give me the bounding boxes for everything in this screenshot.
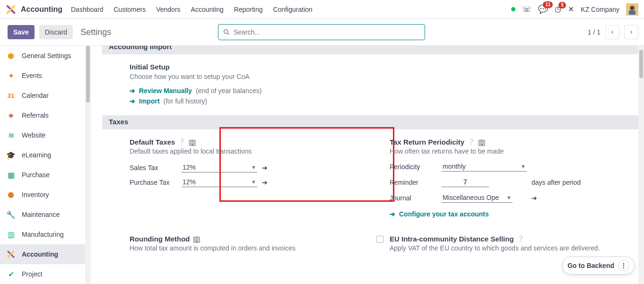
sidebar-item-accounting[interactable]: Accounting: [0, 244, 85, 264]
eu-distance-title: EU Intra-community Distance Selling: [390, 235, 514, 243]
headset-icon[interactable]: ☏: [522, 5, 531, 14]
external-link-icon[interactable]: ➔: [262, 164, 271, 172]
help-icon[interactable]: ❔: [517, 235, 524, 242]
purchase-tax-select[interactable]: 12% ▼: [182, 177, 257, 187]
default-taxes-desc: Default taxes applied to local transacti…: [130, 147, 367, 155]
top-menu: Dashboard Customers Vendors Accounting R…: [71, 6, 313, 13]
sidebar-item-website[interactable]: ≋Website: [0, 125, 85, 145]
sidebar-item-inventory[interactable]: ⬣Inventory: [0, 185, 85, 205]
review-suffix: (end of year balances): [196, 87, 261, 95]
go-to-backend-label: Go to Backend: [567, 262, 614, 269]
purchase-icon: ▦: [6, 170, 16, 180]
building-icon[interactable]: 🏢: [192, 235, 200, 243]
sidebar-item-label: Manufacturing: [22, 231, 64, 238]
building-icon[interactable]: 🏢: [478, 138, 486, 146]
search-input[interactable]: [234, 28, 420, 36]
default-taxes-card: Default Taxes ❔ 🏢 Default taxes applied …: [116, 138, 367, 187]
go-to-backend-button[interactable]: Go to Backend ⋮: [562, 257, 635, 275]
rounding-method-card: Rounding Method 🏢 How total tax amount i…: [116, 235, 367, 252]
sidebar-item-project[interactable]: ✔Project: [0, 264, 85, 284]
tax-return-title: Tax Return Periodicity: [390, 138, 464, 146]
scrollbar-thumb[interactable]: [86, 46, 90, 103]
building-icon[interactable]: 🏢: [188, 138, 196, 146]
external-link-icon[interactable]: ➔: [262, 179, 271, 186]
studio-icon[interactable]: ✕: [568, 5, 574, 14]
initial-setup-desc: Choose how you want to setup your CoA: [130, 73, 627, 80]
sidebar-item-referrals[interactable]: ★Referrals: [0, 105, 85, 125]
presence-dot-icon: [511, 7, 515, 11]
main-scrollbar[interactable]: [638, 46, 644, 284]
kebab-icon[interactable]: ⋮: [618, 260, 629, 271]
events-icon: ✦: [6, 70, 16, 81]
periodicity-value: monthly: [443, 163, 466, 170]
arrow-right-icon: ➔: [390, 210, 395, 218]
configure-tax-accounts-link[interactable]: Configure your tax accounts: [399, 210, 489, 218]
import-link[interactable]: Import: [139, 97, 160, 105]
menu-accounting[interactable]: Accounting: [191, 6, 224, 13]
sidebar-scrollbar[interactable]: [85, 46, 91, 284]
sidebar-item-label: eLearning: [22, 151, 51, 159]
company-selector[interactable]: KZ Company: [581, 6, 619, 13]
sidebar-item-calendar[interactable]: 31Calendar: [0, 86, 85, 105]
sidebar-item-label: Purchase: [22, 171, 50, 179]
chevron-down-icon: ▼: [251, 164, 256, 170]
eu-distance-checkbox[interactable]: [376, 236, 383, 243]
help-icon[interactable]: ❔: [178, 138, 185, 146]
eu-distance-card: EU Intra-community Distance Selling ❔ Ap…: [376, 235, 627, 252]
save-button[interactable]: Save: [8, 25, 35, 39]
menu-vendors[interactable]: Vendors: [156, 6, 180, 13]
menu-reporting[interactable]: Reporting: [234, 6, 263, 13]
pager-prev-button[interactable]: [605, 25, 619, 39]
activities-button[interactable]: ◷ 5: [555, 5, 561, 14]
accounting-icon: [6, 249, 16, 259]
journal-value: Miscellaneous Operat: [443, 194, 499, 201]
sales-tax-select[interactable]: 12% ▼: [182, 163, 257, 172]
search-icon: [223, 29, 230, 35]
chevron-down-icon: ▼: [521, 164, 526, 169]
sidebar-item-events[interactable]: ✦Events: [0, 66, 85, 86]
user-avatar[interactable]: [626, 3, 638, 16]
rounding-method-title: Rounding Method: [130, 235, 190, 243]
pager-value[interactable]: 1 / 1: [588, 28, 600, 36]
eu-distance-desc: Apply VAT of the EU country to which goo…: [390, 244, 627, 252]
periodicity-select[interactable]: monthly ▼: [442, 162, 527, 172]
search-input-wrap[interactable]: [218, 24, 425, 40]
sidebar-item-manufacturing[interactable]: ▥Manufacturing: [0, 224, 85, 244]
sidebar-item-purchase[interactable]: ▦Purchase: [0, 165, 85, 185]
menu-customers[interactable]: Customers: [114, 6, 146, 13]
review-manually-link[interactable]: Review Manually: [139, 87, 192, 95]
section-header-import: Accounting Import: [102, 46, 638, 54]
reminder-suffix: days after period: [531, 179, 627, 186]
app-title[interactable]: Accounting: [21, 5, 62, 14]
sidebar-item-maintenance[interactable]: 🔧Maintenance: [0, 205, 85, 224]
graduation-icon: 🎓: [6, 150, 16, 160]
wrench-icon: 🔧: [6, 209, 16, 220]
purchase-tax-label: Purchase Tax: [130, 179, 177, 186]
settings-main: Accounting Import Initial Setup Choose h…: [91, 46, 644, 284]
external-link-icon[interactable]: ➔: [531, 194, 627, 202]
sidebar-item-label: Referrals: [22, 112, 49, 119]
breadcrumb: Settings: [80, 27, 111, 37]
sidebar-item-general-settings[interactable]: ⬢General Settings: [0, 46, 85, 66]
reminder-label: Reminder: [390, 179, 437, 186]
calendar-icon: 31: [6, 90, 16, 101]
gear-icon: ⬢: [6, 51, 16, 61]
discard-button[interactable]: Discard: [39, 25, 73, 39]
menu-configuration[interactable]: Configuration: [273, 6, 313, 13]
discuss-button[interactable]: 💬 11: [538, 4, 548, 14]
scrollbar-thumb[interactable]: [639, 50, 643, 78]
sidebar-item-label: Inventory: [22, 191, 49, 198]
sales-tax-value: 12%: [183, 164, 196, 171]
svg-point-1: [630, 6, 635, 10]
discuss-badge: 11: [543, 1, 553, 8]
help-icon[interactable]: ❔: [467, 138, 475, 146]
top-nav: Accounting Dashboard Customers Vendors A…: [0, 0, 644, 19]
pager-next-button[interactable]: [624, 25, 638, 39]
sidebar-item-elearning[interactable]: 🎓eLearning: [0, 145, 85, 165]
tax-return-desc: How often tax returns have to be made: [390, 147, 627, 155]
arrow-right-icon: ➔: [130, 97, 135, 105]
journal-select[interactable]: Miscellaneous Operat ▼: [442, 193, 513, 203]
section-header-taxes: Taxes: [102, 115, 638, 129]
menu-dashboard[interactable]: Dashboard: [71, 6, 104, 13]
reminder-input[interactable]: [442, 177, 489, 187]
